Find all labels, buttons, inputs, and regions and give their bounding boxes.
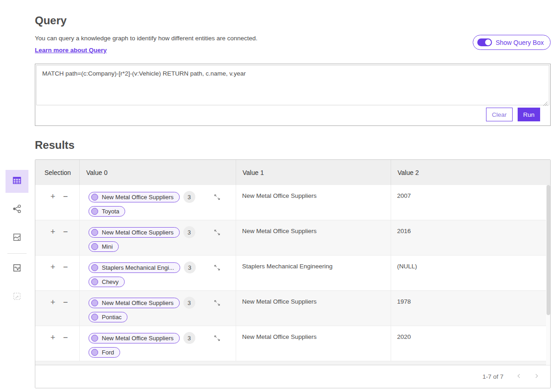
add-to-map-icon: [12, 263, 22, 275]
scrollbar-thumb[interactable]: [547, 185, 550, 315]
entity-dot-icon: [91, 314, 98, 321]
entity-chip[interactable]: New Metal Office Suppliers: [88, 227, 180, 238]
remove-from-selection-button[interactable]: −: [62, 263, 70, 271]
column-header-value1: Value 1: [236, 160, 391, 185]
remove-from-selection-button[interactable]: −: [62, 334, 70, 341]
clipped-table-row: [35, 361, 550, 365]
pagination-range: 1-7 of 7: [482, 373, 503, 380]
toggle-label: Show Query Box: [496, 39, 544, 46]
show-query-box-toggle[interactable]: Show Query Box: [473, 35, 551, 50]
add-to-selection-button[interactable]: +: [49, 299, 57, 306]
value0-cell: New Metal Office Suppliers 3 Toyota: [80, 185, 236, 220]
description-block: You can query a knowledge graph to ident…: [35, 35, 258, 54]
entity-dot-icon: [91, 208, 98, 215]
value2-cell: 1978: [391, 291, 550, 326]
expand-icon[interactable]: [214, 299, 221, 306]
value2-cell: 2020: [391, 326, 550, 361]
learn-more-link[interactable]: Learn more about Query: [35, 47, 107, 54]
column-header-value0: Value 0: [80, 160, 236, 185]
results-table: Selection Value 0 Value 1 Value 2 + − Ne…: [35, 159, 551, 388]
value2-cell: 2016: [391, 220, 550, 255]
query-box-panel: MATCH path=(c:Company)-[r*2]-(v:Vehicle)…: [35, 64, 551, 126]
sidebar-divider: [7, 253, 27, 254]
chevron-right-icon: [534, 373, 539, 380]
run-button[interactable]: Run: [518, 108, 540, 121]
entity-chip[interactable]: Chevy: [88, 277, 125, 287]
value0-cell: New Metal Office Suppliers 3 Pontiac: [80, 291, 236, 326]
add-to-selection-button[interactable]: +: [49, 263, 57, 271]
table-icon: [12, 175, 22, 187]
path-count-badge: 3: [183, 226, 195, 238]
selection-cell: + −: [35, 185, 80, 220]
table-row: + − New Metal Office Suppliers 3 Toyota: [35, 185, 550, 220]
page-description: You can query a knowledge graph to ident…: [35, 35, 258, 42]
entity-chip[interactable]: Pontiac: [88, 312, 127, 322]
main-content: Query You can query a knowledge graph to…: [35, 0, 551, 388]
entity-dot-icon: [91, 194, 98, 201]
selection-extent-icon: [12, 291, 22, 303]
expand-icon[interactable]: [214, 335, 221, 342]
value1-cell: New Metal Office Suppliers: [236, 220, 391, 255]
sidebar-item-map-view[interactable]: [6, 227, 28, 250]
table-row: + − New Metal Office Suppliers 3 Mini: [35, 220, 550, 256]
selection-cell: + −: [35, 326, 80, 361]
entity-dot-icon: [91, 264, 98, 271]
expand-icon[interactable]: [214, 264, 221, 271]
expand-icon[interactable]: [214, 229, 221, 236]
value0-cell: New Metal Office Suppliers 3 Ford: [80, 326, 236, 361]
path-count-badge: 3: [184, 261, 196, 273]
table-body: + − New Metal Office Suppliers 3 Toyota: [35, 185, 550, 365]
toggle-knob: [485, 39, 491, 45]
entity-dot-icon: [91, 299, 98, 306]
entity-chip[interactable]: New Metal Office Suppliers: [88, 192, 180, 202]
table-scrollbar[interactable]: [546, 185, 550, 365]
path-count-badge: 3: [183, 332, 195, 344]
add-to-selection-button[interactable]: +: [49, 334, 57, 341]
remove-from-selection-button[interactable]: −: [62, 228, 70, 235]
entity-dot-icon: [91, 349, 98, 356]
sidebar-item-link-chart-view[interactable]: [6, 198, 28, 221]
header-row: You can query a knowledge graph to ident…: [35, 35, 551, 54]
sidebar-item-table-view[interactable]: [6, 170, 28, 193]
query-actions: Clear Run: [486, 108, 540, 121]
path-count-badge: 3: [183, 191, 195, 203]
table-row: + − New Metal Office Suppliers 3 Pontiac: [35, 291, 550, 326]
selection-cell: + −: [35, 256, 80, 290]
page-title: Query: [35, 14, 551, 27]
query-input[interactable]: MATCH path=(c:Company)-[r*2]-(v:Vehicle)…: [36, 65, 549, 105]
entity-chip[interactable]: Staplers Mechanical Engi...: [88, 262, 180, 273]
value0-cell: Staplers Mechanical Engi... 3 Chevy: [80, 256, 236, 290]
entity-chip[interactable]: Mini: [88, 241, 119, 252]
table-header: Selection Value 0 Value 1 Value 2: [35, 160, 550, 185]
next-page-button[interactable]: [533, 372, 540, 381]
value0-cell: New Metal Office Suppliers 3 Mini: [80, 220, 236, 255]
value1-cell: Staplers Mechanical Engineering: [236, 256, 391, 290]
sidebar-item-selection-extent: [6, 286, 28, 309]
results-view-sidebar: [6, 170, 28, 309]
expand-icon[interactable]: [214, 194, 221, 201]
entity-chip[interactable]: New Metal Office Suppliers: [88, 298, 180, 308]
value1-cell: New Metal Office Suppliers: [236, 291, 391, 326]
remove-from-selection-button[interactable]: −: [62, 193, 70, 200]
pagination-controls: [515, 372, 540, 381]
entity-dot-icon: [91, 278, 98, 285]
entity-dot-icon: [91, 229, 98, 236]
entity-chip[interactable]: Toyota: [88, 206, 125, 217]
remove-from-selection-button[interactable]: −: [62, 299, 70, 306]
query-page: Query You can query a knowledge graph to…: [0, 0, 558, 392]
clear-button[interactable]: Clear: [486, 108, 513, 121]
entity-dot-icon: [91, 335, 98, 342]
path-count-badge: 3: [183, 297, 195, 309]
previous-page-button[interactable]: [515, 372, 523, 381]
table-footer: 1-7 of 7: [35, 365, 550, 388]
sidebar-item-add-to-map[interactable]: [6, 257, 28, 280]
table-row: + − Staplers Mechanical Engi... 3 Chevy: [35, 256, 550, 291]
value2-cell: 2007: [391, 185, 550, 220]
entity-chip[interactable]: Ford: [88, 347, 120, 358]
toggle-switch-icon[interactable]: [477, 38, 492, 46]
add-to-selection-button[interactable]: +: [49, 228, 57, 235]
entity-dot-icon: [91, 243, 98, 250]
value2-cell: (NULL): [391, 256, 550, 290]
add-to-selection-button[interactable]: +: [49, 193, 57, 200]
entity-chip[interactable]: New Metal Office Suppliers: [88, 333, 180, 343]
